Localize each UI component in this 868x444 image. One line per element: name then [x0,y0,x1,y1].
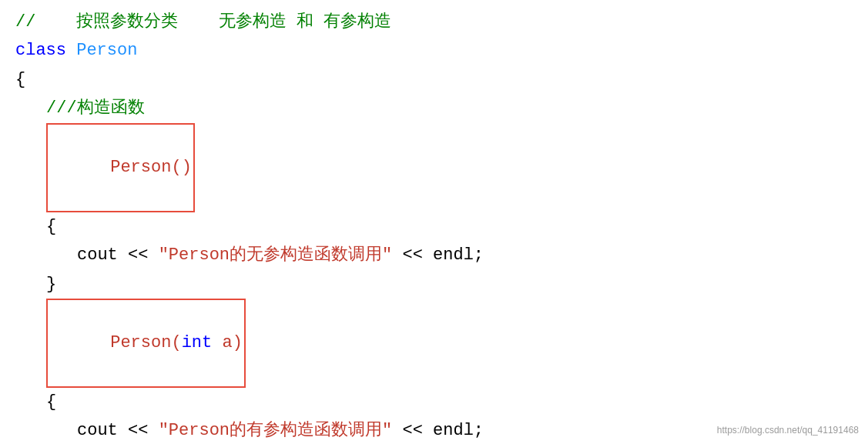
watermark: https://blog.csdn.net/qq_41191468 [717,422,859,438]
class-declaration-line: class Person [15,36,853,65]
open-brace1: { [15,65,25,94]
constructor1-box: Person() [46,123,195,212]
open-brace-line1: { [15,65,853,94]
constructor-comment: ///构造函数 [46,94,145,122]
constructor-comment-line: ///构造函数 [15,94,853,122]
close-brace-line1: } [15,270,853,299]
constructor2-box: Person(int a) [46,299,246,388]
open-brace-line2: { [15,212,853,241]
cout-line1: cout << "Person的无参构造函数调用" << endl; [15,241,853,269]
class-keyword: class [15,36,66,65]
constructor1-text: Person() [110,158,192,177]
constructor1-line: Person() [15,123,853,212]
open-brace2: { [46,212,56,241]
class-name: Person [76,36,137,65]
code-container: // 按照参数分类 无参构造 和 有参构造 class Person { ///… [0,0,868,444]
open-brace-line3: { [15,388,853,416]
close-brace1: } [46,270,56,299]
open-brace3: { [46,388,56,416]
comment-text: // 按照参数分类 无参构造 和 有参构造 [15,8,391,36]
constructor2-line: Person(int a) [15,299,853,388]
comment-line: // 按照参数分类 无参构造 和 有参构造 [15,8,853,36]
